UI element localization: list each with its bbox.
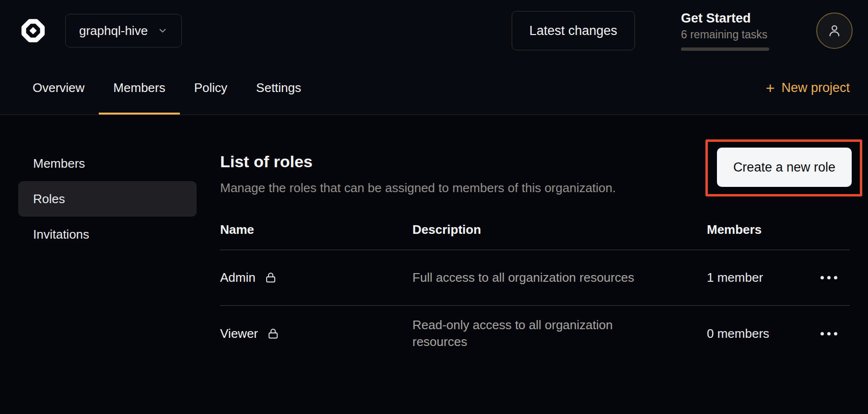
get-started-progressbar [681, 47, 769, 51]
role-members-count: 1 member [707, 270, 808, 285]
table-header-row: Name Description Members [220, 213, 850, 250]
column-header-name: Name [220, 213, 412, 250]
person-icon [826, 23, 843, 39]
role-description: Read-only access to all organization res… [412, 317, 657, 350]
lock-icon [267, 327, 280, 340]
new-project-button[interactable]: + New project [766, 61, 850, 115]
column-header-description: Description [412, 213, 707, 250]
annotation-highlight-box: Create a new role [705, 139, 862, 196]
role-members-count: 0 members [707, 326, 808, 341]
role-name-cell: Admin [220, 270, 412, 285]
tab-members[interactable]: Members [99, 61, 179, 115]
column-header-actions [808, 220, 850, 242]
hive-logo-icon[interactable] [18, 16, 48, 46]
org-selector-label: graphql-hive [79, 23, 148, 38]
role-name: Viewer [220, 326, 258, 341]
org-tab-bar: Overview Members Policy Settings + New p… [0, 61, 868, 115]
role-name: Admin [220, 270, 256, 285]
roles-table: Name Description Members Admin Full acce… [220, 213, 850, 361]
sidebar-item-invitations[interactable]: Invitations [18, 217, 197, 252]
get-started-remaining-tasks: 6 remaining tasks [681, 28, 769, 41]
ellipsis-menu-icon[interactable] [818, 325, 840, 342]
tab-policy[interactable]: Policy [180, 61, 242, 115]
ellipsis-menu-icon[interactable] [818, 269, 840, 286]
members-sidebar: Members Roles Invitations [18, 146, 197, 252]
organization-members-page: graphql-hive Latest changes Get Started … [0, 0, 868, 414]
lock-icon [264, 271, 277, 284]
plus-icon: + [766, 80, 775, 96]
app-header: graphql-hive Latest changes Get Started … [0, 0, 868, 61]
role-description: Full access to all organization resource… [412, 269, 657, 286]
org-selector-dropdown[interactable]: graphql-hive [65, 14, 182, 47]
column-header-members: Members [707, 213, 808, 250]
sidebar-item-roles[interactable]: Roles [18, 181, 197, 217]
hive-logo-svg [18, 16, 48, 46]
new-project-label: New project [781, 80, 850, 95]
chevron-down-icon [157, 25, 168, 36]
tab-settings[interactable]: Settings [242, 61, 316, 115]
content-area: Members Roles Invitations List of roles … [0, 115, 868, 414]
latest-changes-button[interactable]: Latest changes [512, 11, 635, 50]
get-started-widget[interactable]: Get Started 6 remaining tasks [681, 11, 769, 51]
get-started-title: Get Started [681, 11, 769, 26]
user-avatar-button[interactable] [816, 12, 853, 49]
table-row-viewer: Viewer Read-only access to all organizat… [220, 306, 850, 361]
tab-overview[interactable]: Overview [18, 61, 99, 115]
role-actions-cell [808, 325, 850, 342]
table-row-admin: Admin Full access to all organization re… [220, 250, 850, 306]
create-new-role-button[interactable]: Create a new role [717, 148, 852, 187]
role-name-cell: Viewer [220, 326, 412, 341]
sidebar-item-members[interactable]: Members [18, 146, 197, 181]
role-actions-cell [808, 269, 850, 286]
